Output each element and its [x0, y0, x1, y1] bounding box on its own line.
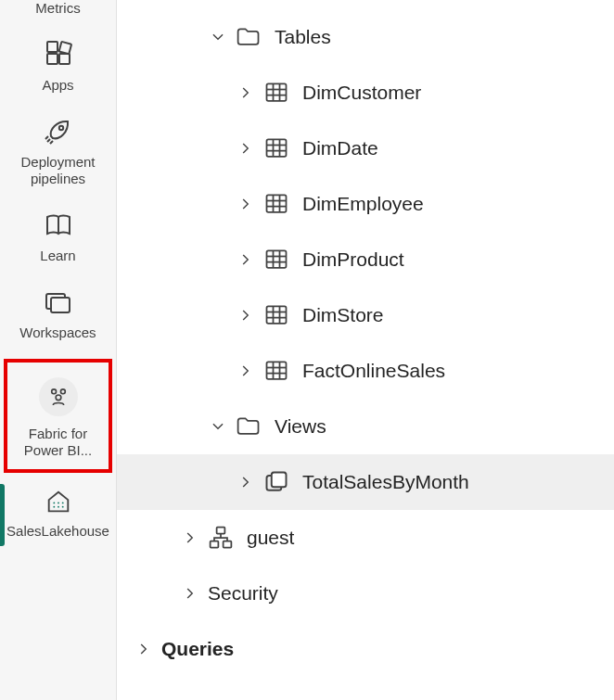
nav-item-deployment-pipelines[interactable]: Deployment pipelines	[0, 108, 116, 202]
tree-node-views[interactable]: Views	[117, 399, 614, 454]
svg-point-11	[53, 502, 55, 503]
lakehouse-icon	[43, 486, 74, 517]
svg-rect-1	[59, 54, 70, 64]
tree-node-factonlinesales[interactable]: FactOnlineSales	[117, 343, 614, 399]
svg-rect-3	[58, 42, 70, 54]
tree-node-tables[interactable]: Tables	[117, 9, 614, 65]
chevron-right-icon[interactable]	[237, 363, 254, 379]
chevron-down-icon[interactable]	[210, 29, 226, 45]
table-icon	[263, 358, 289, 384]
explorer-tree: TablesDimCustomerDimDateDimEmployeeDimPr…	[117, 0, 614, 700]
tree-node-dimemployee[interactable]: DimEmployee	[117, 176, 614, 232]
tree-node-guest[interactable]: guest	[117, 510, 614, 566]
svg-point-10	[56, 394, 61, 400]
table-icon	[263, 302, 289, 328]
chevron-right-icon[interactable]	[182, 585, 198, 602]
people-icon	[39, 377, 78, 416]
tree-node-security[interactable]: Security	[117, 566, 614, 621]
svg-rect-0	[47, 54, 58, 64]
table-icon	[263, 247, 289, 273]
tree-node-label: Security	[208, 582, 278, 605]
tree-node-dimcustomer[interactable]: DimCustomer	[117, 65, 614, 121]
tree-node-label: DimDate	[302, 137, 378, 159]
tree-node-label: guest	[247, 527, 294, 549]
folder-icon	[236, 414, 262, 439]
table-icon	[263, 135, 289, 161]
table-icon	[263, 191, 289, 217]
svg-point-13	[61, 502, 63, 503]
svg-rect-7	[51, 298, 70, 312]
nav-item-learn[interactable]: Learn	[0, 201, 116, 278]
nav-item-fabric-power-bi[interactable]: Fabric for Power BI...	[4, 359, 112, 474]
nav-item-label: Deployment pipelines	[4, 154, 112, 189]
book-icon	[43, 210, 74, 242]
chevron-down-icon[interactable]	[210, 418, 226, 435]
tree-node-label: DimProduct	[302, 248, 404, 271]
tree-node-label: TotalSalesByMonth	[302, 471, 469, 493]
svg-point-8	[51, 388, 56, 393]
svg-point-14	[53, 506, 55, 508]
svg-point-15	[58, 506, 59, 508]
svg-point-12	[58, 502, 59, 503]
workspaces-icon	[43, 287, 74, 319]
svg-point-9	[60, 388, 65, 393]
tree-node-queries[interactable]: Queries	[117, 621, 614, 677]
nav-item-label: Workspaces	[19, 325, 96, 342]
tree-node-dimstore[interactable]: DimStore	[117, 287, 614, 343]
chevron-right-icon[interactable]	[182, 529, 198, 546]
chevron-right-icon[interactable]	[237, 140, 254, 157]
svg-point-16	[61, 506, 63, 508]
chevron-right-icon[interactable]	[237, 474, 254, 490]
tree-node-totalsalesbymonth[interactable]: TotalSalesByMonth	[117, 454, 614, 510]
tree-node-label: Tables	[275, 26, 331, 48]
nav-item-label: Fabric for Power BI...	[9, 426, 107, 461]
nav-item-metrics[interactable]: Metrics	[0, 0, 116, 31]
tree-node-label: DimStore	[302, 304, 384, 326]
tree-node-dimproduct[interactable]: DimProduct	[117, 232, 614, 287]
tree-node-dimdate[interactable]: DimDate	[117, 121, 614, 176]
folder-icon	[236, 24, 262, 50]
tree-node-label: DimCustomer	[302, 82, 421, 104]
tree-node-label: Views	[275, 415, 326, 438]
nav-item-label: SalesLakehouse	[6, 523, 109, 541]
nav-item-label: Metrics	[35, 0, 80, 18]
nav-item-saleslakehouse[interactable]: SalesLakehouse	[0, 477, 116, 554]
rocket-icon	[43, 117, 74, 148]
nav-item-workspaces[interactable]: Workspaces	[0, 278, 116, 355]
nav-item-label: Apps	[42, 77, 73, 95]
tree-node-label: FactOnlineSales	[302, 360, 445, 382]
apps-icon	[43, 40, 74, 71]
svg-rect-2	[47, 42, 58, 52]
nav-item-apps[interactable]: Apps	[0, 31, 116, 108]
chevron-right-icon[interactable]	[237, 84, 254, 101]
chevron-right-icon[interactable]	[135, 641, 152, 657]
tree-node-label: DimEmployee	[302, 193, 424, 215]
table-icon	[263, 80, 289, 106]
view-icon	[263, 469, 289, 495]
chevron-right-icon[interactable]	[237, 307, 254, 324]
nav-rail: Metrics Apps Deployment pipelines	[0, 0, 117, 700]
svg-point-4	[58, 125, 62, 129]
chevron-right-icon[interactable]	[237, 196, 254, 212]
chevron-right-icon[interactable]	[237, 251, 254, 268]
tree-node-label: Queries	[161, 638, 234, 660]
schema-icon	[208, 525, 234, 551]
nav-item-label: Learn	[40, 248, 75, 265]
